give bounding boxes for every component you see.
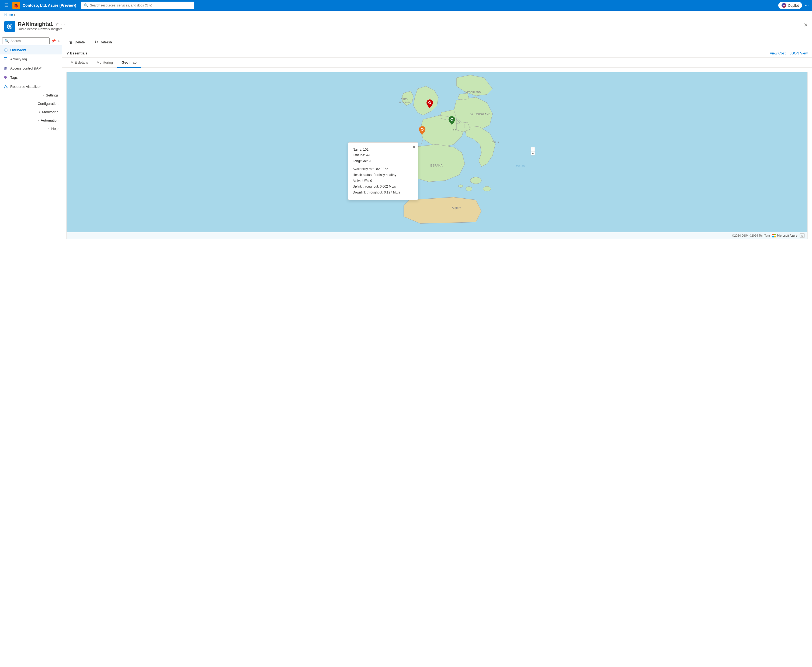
breadcrumb-home-link[interactable]: Home	[4, 13, 13, 17]
ms-red-square	[772, 234, 774, 235]
copilot-button[interactable]: ✦ Copilot	[778, 2, 802, 9]
global-search-bar[interactable]: 🔍	[81, 2, 194, 9]
top-bar-more-icon[interactable]: ···	[805, 3, 809, 8]
popup-health: Health status: Partially healthy	[353, 172, 413, 178]
sidebar-search-box[interactable]: 🔍	[2, 37, 50, 44]
sidebar-item-automation[interactable]: › Automation	[0, 116, 62, 124]
sidebar-search-icon: 🔍	[5, 39, 9, 43]
tab-mie-details[interactable]: MIE details	[66, 58, 92, 68]
microsoft-azure-logo: Microsoft Azure	[772, 234, 797, 237]
sidebar-item-label: Resource visualizer	[10, 85, 41, 89]
copilot-logo-icon: ✦	[782, 3, 786, 8]
svg-point-43	[421, 129, 423, 130]
portal-title: Contoso, Ltd. Azure (Preview)	[23, 3, 76, 8]
sidebar-search-input[interactable]	[10, 39, 47, 43]
sidebar-item-label: Access control (IAM)	[10, 66, 43, 70]
ms-green-square	[774, 234, 775, 235]
settings-expand-icon: ›	[43, 94, 44, 97]
sidebar-item-label: Activity log	[10, 57, 27, 61]
refresh-icon: ↻	[95, 40, 98, 45]
refresh-label: Refresh	[100, 40, 112, 44]
automation-expand-icon: ›	[38, 119, 38, 122]
svg-point-8	[4, 87, 5, 88]
hamburger-menu-icon[interactable]: ☰	[3, 2, 10, 10]
svg-point-7	[5, 85, 6, 86]
svg-line-10	[4, 86, 6, 87]
sidebar-item-settings[interactable]: › Settings	[0, 91, 62, 100]
svg-point-13	[470, 177, 482, 184]
sidebar-item-label: Overview	[10, 48, 26, 52]
svg-text:ITALIA: ITALIA	[492, 141, 499, 144]
resource-icon	[4, 21, 15, 32]
global-search-input[interactable]	[90, 3, 192, 7]
popup-uplink: Uplink throughput: 0.002 Mb/s	[353, 184, 413, 190]
delete-button[interactable]: 🗑 Delete	[66, 38, 88, 46]
sidebar-item-activity-log[interactable]: Activity log	[0, 55, 62, 64]
svg-text:Algiers: Algiers	[452, 206, 461, 209]
sidebar-item-label: Help	[51, 127, 58, 131]
svg-text:−: −	[532, 152, 534, 155]
refresh-button[interactable]: ↻ Refresh	[92, 38, 115, 46]
svg-point-5	[6, 67, 7, 68]
sidebar-pin-icon[interactable]: 📌	[51, 39, 56, 43]
microsoft-squares-icon	[772, 234, 776, 237]
smiley-icon[interactable]: ☺	[800, 233, 805, 238]
svg-text:Paris: Paris	[451, 128, 457, 131]
tab-geo-map[interactable]: Geo map	[117, 58, 141, 68]
sidebar-item-overview[interactable]: ⊙ Overview	[0, 45, 62, 55]
svg-rect-2	[4, 59, 7, 59]
svg-text:DEUTSCHLAND: DEUTSCHLAND	[470, 113, 490, 116]
map-popup: ✕ Name: 102 Latitude: 49 Longitude: -1 A…	[348, 142, 418, 200]
breadcrumb: Home ›	[0, 11, 812, 19]
svg-text:IRELAND: IRELAND	[399, 101, 410, 104]
sidebar-item-help[interactable]: › Help	[0, 124, 62, 133]
content-area: 🗑 Delete ↻ Refresh ∨ Essentials View Cos…	[62, 35, 812, 667]
sidebar-item-configuration[interactable]: › Configuration	[0, 100, 62, 108]
activity-log-icon	[3, 56, 8, 61]
sidebar-item-access-control[interactable]: Access control (IAM)	[0, 64, 62, 73]
close-page-button[interactable]: ✕	[804, 22, 808, 28]
sidebar-item-monitoring[interactable]: › Monitoring	[0, 108, 62, 116]
sidebar-collapse-icon[interactable]: »	[57, 39, 60, 43]
sidebar-item-resource-visualizer[interactable]: Resource visualizer	[0, 82, 62, 91]
favorite-star-icon[interactable]: ☆	[55, 22, 59, 27]
svg-text:ÉIRE /: ÉIRE /	[401, 98, 408, 101]
ms-yellow-square	[774, 236, 775, 237]
popup-latitude: Latitude: 49	[353, 153, 413, 158]
top-navigation-bar: ☰ 🐞 Contoso, Ltd. Azure (Preview) 🔍 ✦ Co…	[0, 0, 812, 11]
sidebar-search-row: 🔍 📌 »	[0, 35, 62, 45]
monitoring-expand-icon: ›	[39, 111, 40, 113]
sidebar-item-tags[interactable]: Tags	[0, 73, 62, 82]
delete-icon: 🗑	[69, 40, 73, 45]
essentials-chevron-icon: ∨	[66, 51, 69, 55]
svg-text:+: +	[532, 148, 534, 151]
popup-availability: Availability rate: 82.92 %	[353, 166, 413, 172]
map-pin-green[interactable]	[448, 116, 455, 126]
map-pin-red[interactable]	[427, 100, 433, 109]
popup-close-button[interactable]: ✕	[412, 145, 416, 150]
json-view-link[interactable]: JSON View	[790, 51, 808, 55]
view-cost-link[interactable]: View Cost	[770, 51, 785, 55]
svg-point-4	[5, 67, 6, 68]
svg-rect-3	[4, 60, 6, 60]
tabs-bar: MIE details Monitoring Geo map	[62, 58, 812, 68]
map-background[interactable]: ÉIRE / IRELAND NEDERLAND DEUTSCHLAND ESP…	[66, 72, 807, 239]
map-svg: ÉIRE / IRELAND NEDERLAND DEUTSCHLAND ESP…	[66, 72, 807, 239]
ran-insights-icon	[7, 23, 13, 30]
page-subtitle: Radio Access Network Insights	[18, 27, 65, 31]
sidebar-item-label: Tags	[10, 75, 18, 80]
azure-label: Microsoft Azure	[777, 234, 797, 237]
svg-point-14	[483, 186, 491, 191]
help-expand-icon: ›	[48, 127, 49, 130]
ms-blue-square	[772, 236, 774, 237]
svg-text:Mar Tirre: Mar Tirre	[516, 165, 525, 167]
header-more-options-icon[interactable]: ···	[61, 22, 65, 27]
tab-monitoring[interactable]: Monitoring	[92, 58, 117, 68]
svg-point-15	[466, 186, 472, 191]
svg-point-6	[5, 76, 5, 77]
toolbar: 🗑 Delete ↻ Refresh	[62, 35, 812, 49]
essentials-toggle[interactable]: ∨ Essentials	[66, 51, 87, 55]
page-header: RANInsights1 ☆ ··· Radio Access Network …	[0, 19, 812, 35]
svg-point-39	[429, 102, 430, 103]
map-pin-orange[interactable]	[419, 126, 425, 136]
